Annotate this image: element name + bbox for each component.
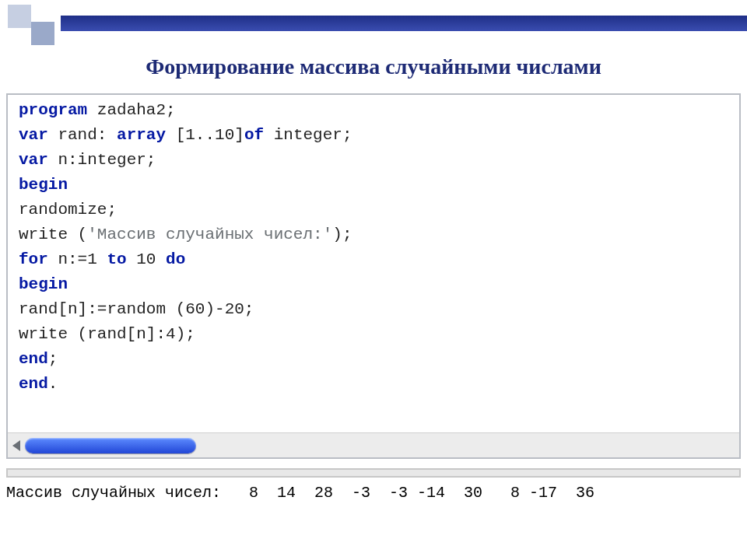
code-text: zadaha2; — [87, 101, 175, 119]
code-text: integer; — [264, 126, 352, 144]
code-text: n:integer; — [48, 151, 156, 169]
code-text: write (rand[n]:4); — [19, 325, 195, 343]
keyword-to: to — [107, 250, 126, 268]
keyword-end: end — [19, 375, 48, 393]
keyword-array: array — [117, 126, 166, 144]
keyword-for: for — [19, 250, 48, 268]
code-text: randomize; — [19, 201, 117, 219]
keyword-end: end — [19, 350, 48, 368]
keyword-do: do — [166, 250, 185, 268]
horizontal-scrollbar[interactable] — [8, 432, 739, 457]
slide: Формирование массива случайными числами … — [0, 0, 747, 560]
keyword-begin: begin — [19, 275, 68, 293]
code-editor: program zadaha2; var rand: array [1..10]… — [6, 93, 741, 459]
code-text: ; — [48, 350, 58, 368]
scroll-left-arrow-icon[interactable] — [12, 440, 20, 451]
scroll-thumb[interactable] — [25, 438, 196, 453]
code-text: [1..10] — [166, 126, 244, 144]
deco-bar — [61, 16, 747, 31]
keyword-program: program — [19, 101, 87, 119]
deco-square-2 — [31, 22, 54, 45]
code-text: ); — [332, 226, 352, 243]
keyword-var: var — [19, 151, 48, 169]
deco-square-1 — [8, 5, 31, 28]
code-text: write ( — [19, 226, 87, 243]
console-output: Массив случайных чисел: 8 14 28 -3 -3 -1… — [6, 484, 741, 502]
header-decoration — [0, 0, 747, 48]
slide-title: Формирование массива случайными числами — [0, 54, 747, 79]
code-text: 10 — [127, 250, 166, 268]
keyword-begin: begin — [19, 176, 68, 194]
code-area[interactable]: program zadaha2; var rand: array [1..10]… — [8, 95, 739, 432]
code-text: rand[n]:=random (60)-20; — [19, 300, 254, 318]
panel-divider — [6, 468, 741, 478]
code-text: n:=1 — [48, 250, 107, 268]
keyword-var: var — [19, 126, 48, 144]
code-text: . — [48, 375, 58, 393]
string-literal: 'Массив случайных чисел:' — [87, 226, 332, 243]
keyword-of: of — [244, 126, 264, 144]
code-text: rand: — [48, 126, 117, 144]
